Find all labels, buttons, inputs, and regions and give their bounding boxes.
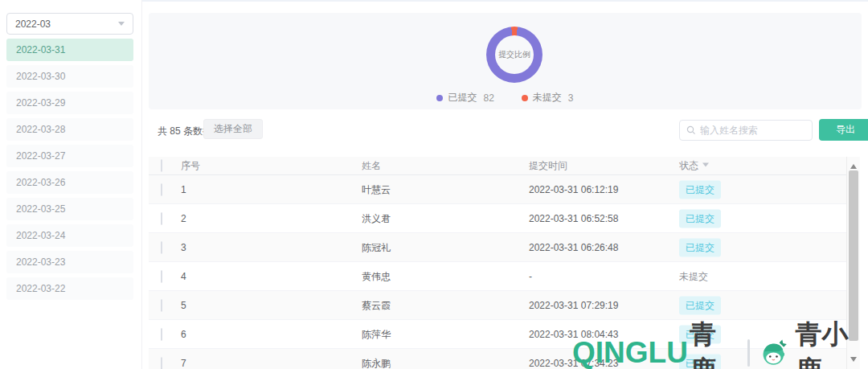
cell-time: - (529, 271, 532, 282)
legend-item-submitted[interactable]: 已提交 82 (436, 91, 493, 105)
row-checkbox[interactable] (161, 270, 162, 283)
cell-index: 5 (181, 300, 186, 311)
sidebar-item-date-6[interactable]: 2022-03-25 (6, 198, 133, 220)
header-status: 状态 (679, 159, 709, 173)
donut-center: 提交比例 (495, 35, 534, 74)
sidebar-item-date-7[interactable]: 2022-03-24 (6, 224, 133, 247)
sidebar-item-date-2[interactable]: 2022-03-29 (6, 92, 133, 114)
row-checkbox[interactable] (161, 212, 162, 225)
legend-item-unsubmitted[interactable]: 未提交 3 (522, 91, 574, 105)
legend-value-unsubmitted: 3 (568, 92, 574, 104)
scrollbar-thumb[interactable] (849, 170, 858, 341)
cell-time: 2022-03-31 07:29:19 (529, 300, 618, 311)
cell-time: 2022-03-31 08:04:43 (529, 329, 618, 340)
row-checkbox[interactable] (161, 183, 162, 196)
search-input[interactable] (700, 125, 805, 136)
sidebar-item-date-3[interactable]: 2022-03-28 (6, 118, 133, 141)
attendance-submission-page: 2022-03 2022-03-31 2022-03-30 2022-03-29… (0, 0, 868, 369)
sidebar-item-date-5[interactable]: 2022-03-26 (6, 171, 133, 194)
month-select-value: 2022-03 (15, 18, 118, 30)
row-checkbox[interactable] (161, 241, 162, 254)
submission-table: 序号 姓名 提交时间 状态 1 叶慧云 2022-03-31 06:12:19 … (149, 157, 846, 369)
cell-name: 陈永鹏 (362, 356, 391, 369)
header-index: 序号 (181, 159, 200, 173)
scroll-down-icon[interactable] (850, 357, 857, 365)
header-time: 提交时间 (529, 159, 567, 173)
legend-label-submitted: 已提交 (448, 91, 477, 105)
table-row: 2 洪义君 2022-03-31 06:52:58 已提交 (149, 204, 846, 233)
date-sidebar: 2022-03 2022-03-31 2022-03-30 2022-03-29… (0, 0, 142, 369)
table-header-row: 序号 姓名 提交时间 状态 (149, 157, 846, 175)
status-badge: 已提交 (679, 238, 721, 256)
filter-icon[interactable] (702, 163, 709, 170)
select-all-button[interactable]: 选择全部 (203, 119, 263, 139)
legend-dot-unsubmitted (522, 95, 528, 101)
table-row: 4 黄伟忠 - 未提交 (149, 262, 846, 291)
cell-time: 2022-03-31 06:26:48 (529, 242, 618, 253)
status-badge: 已提交 (679, 209, 721, 228)
select-all-checkbox[interactable] (161, 159, 162, 172)
status-badge: 已提交 (679, 180, 721, 199)
cell-time: 2022-03-31 06:52:58 (529, 213, 618, 224)
submission-donut-chart: 提交比例 (486, 27, 542, 83)
cell-index: 3 (181, 242, 186, 253)
status-badge: 已提交 (679, 325, 721, 343)
sidebar-item-date-1[interactable]: 2022-03-30 (6, 65, 133, 88)
row-checkbox[interactable] (161, 299, 162, 312)
legend-dot-submitted (436, 95, 443, 101)
cell-index: 4 (181, 271, 186, 282)
cell-time: 2022-03-31 06:12:19 (529, 184, 618, 195)
table-row: 7 陈永鹏 2022-03-31 07:34:23 已提交 (149, 349, 846, 369)
row-checkbox[interactable] (161, 328, 162, 341)
table-row: 5 蔡云霞 2022-03-31 07:29:19 已提交 (149, 291, 846, 320)
status-badge: 已提交 (679, 354, 721, 369)
donut-center-label: 提交比例 (498, 49, 530, 60)
sidebar-item-date-0[interactable]: 2022-03-31 (6, 39, 133, 61)
cell-time: 2022-03-31 07:34:23 (529, 358, 618, 369)
cell-index: 2 (181, 213, 186, 224)
cell-name: 黄伟忠 (362, 269, 391, 283)
sidebar-item-date-8[interactable]: 2022-03-23 (6, 251, 133, 273)
row-checkbox[interactable] (161, 357, 162, 369)
submission-ratio-panel: 提交比例 已提交 82 未提交 3 (149, 13, 862, 109)
cell-name: 洪义君 (362, 211, 391, 225)
scroll-up-icon[interactable] (850, 161, 857, 169)
legend-label-unsubmitted: 未提交 (533, 91, 562, 105)
header-name: 姓名 (362, 159, 381, 173)
table-row: 6 陈萍华 2022-03-31 08:04:43 已提交 (149, 320, 846, 349)
legend-value-submitted: 82 (483, 92, 493, 104)
cell-index: 6 (181, 329, 186, 340)
chart-legend: 已提交 82 未提交 3 (149, 91, 862, 105)
chevron-down-icon (118, 22, 125, 29)
export-button[interactable]: 导出 (819, 119, 868, 141)
cell-name: 叶慧云 (362, 182, 391, 196)
table-row: 1 叶慧云 2022-03-31 06:12:19 已提交 (149, 175, 846, 204)
cell-index: 7 (181, 358, 186, 369)
table-row: 3 陈冠礼 2022-03-31 06:26:48 已提交 (149, 233, 846, 262)
sidebar-item-date-4[interactable]: 2022-03-27 (6, 145, 133, 167)
status-badge: 已提交 (679, 296, 721, 314)
table-scrollbar[interactable] (846, 157, 860, 369)
cell-name: 陈萍华 (362, 327, 391, 341)
sidebar-item-date-9[interactable]: 2022-03-22 (6, 277, 133, 300)
month-select[interactable]: 2022-03 (6, 13, 133, 35)
cell-name: 蔡云霞 (362, 298, 391, 312)
search-icon (686, 125, 696, 135)
cell-index: 1 (181, 184, 186, 195)
status-text: 未提交 (679, 270, 708, 281)
name-search-box (679, 120, 813, 141)
cell-name: 陈冠礼 (362, 240, 391, 254)
